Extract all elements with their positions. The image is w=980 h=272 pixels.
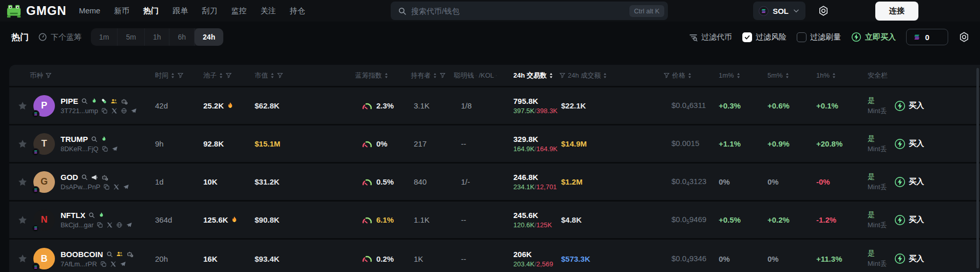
nav-item-sniper[interactable]: 刮刀 — [202, 6, 217, 16]
header-txs[interactable]: 24h 交易数 — [497, 71, 556, 80]
buy-button[interactable]: 买入 — [894, 176, 924, 188]
nav-item-holdings[interactable]: 持仓 — [290, 6, 305, 16]
avatar[interactable]: G — [33, 171, 55, 193]
header-holders[interactable]: 持有者 — [398, 71, 446, 80]
globe-icon[interactable] — [116, 222, 123, 228]
buy-button[interactable]: 买入 — [894, 138, 924, 150]
token-symbol[interactable]: TRUMP — [61, 135, 88, 143]
copy-icon[interactable] — [102, 146, 108, 152]
x-icon[interactable] — [111, 107, 118, 114]
token-symbol[interactable]: GOD — [61, 173, 78, 182]
filter-funnel-icon[interactable] — [177, 72, 184, 79]
sort-icon[interactable] — [170, 72, 175, 79]
header-1h[interactable]: 1h% — [810, 71, 861, 79]
x-icon[interactable] — [110, 261, 117, 267]
favorite-star-icon[interactable] — [17, 177, 28, 187]
scrollbar[interactable] — [976, 68, 979, 268]
sort-icon[interactable] — [687, 72, 692, 79]
table-row[interactable]: N NFTLX BkCjd...gar 364d 125 — [9, 202, 980, 240]
copy-icon[interactable] — [101, 107, 108, 114]
token-symbol[interactable]: BOOBCOIN — [61, 250, 103, 259]
filter-funnel-icon[interactable] — [45, 72, 52, 79]
search-icon[interactable] — [91, 136, 98, 142]
header-bluechip[interactable]: 蓝筹指数 — [304, 71, 398, 80]
nav-item-meme[interactable]: Meme — [79, 6, 101, 16]
telegram-icon[interactable] — [111, 146, 118, 152]
avatar[interactable]: N — [33, 209, 55, 231]
sort-icon-active[interactable] — [549, 72, 553, 79]
tab-6h[interactable]: 6h — [169, 28, 195, 46]
table-row[interactable]: P PIPE 3T721...ump — [9, 87, 980, 125]
sort-icon[interactable] — [219, 72, 223, 79]
tab-5m[interactable]: 5m — [118, 28, 144, 46]
favorite-star-icon[interactable] — [17, 101, 28, 111]
connect-button[interactable]: 连接 — [875, 2, 918, 21]
header-volume[interactable]: 24h 成交额 — [556, 71, 615, 80]
search-icon[interactable] — [81, 174, 88, 180]
filter-wash-toggle[interactable]: 过滤刷量 — [797, 32, 841, 42]
search-icon[interactable] — [88, 212, 95, 219]
tab-1m[interactable]: 1m — [91, 28, 118, 46]
table-row[interactable]: T TRUMP 8DKeR...FjQ 9h 92.8K $15.1M — [9, 125, 980, 164]
filter-token-button[interactable]: 过滤代币 — [689, 32, 732, 42]
filter-funnel-icon[interactable] — [559, 72, 566, 79]
filter-funnel-icon[interactable] — [225, 72, 232, 79]
header-token[interactable]: 币种 — [9, 71, 142, 80]
copy-icon[interactable] — [97, 222, 103, 228]
avatar[interactable]: T — [33, 133, 55, 155]
globe-icon[interactable] — [121, 107, 127, 114]
table-row[interactable]: G GOD DsAPw...PnP 1d 10K $31.2K — [9, 164, 980, 202]
telegram-icon[interactable] — [123, 184, 129, 190]
header-5m[interactable]: 5m% — [761, 71, 810, 79]
x-icon[interactable] — [113, 184, 120, 190]
brand[interactable]: GMGN — [6, 3, 67, 19]
list-settings-gear-icon[interactable] — [958, 31, 970, 43]
filter-funnel-icon[interactable] — [277, 72, 283, 79]
copy-icon[interactable] — [100, 261, 107, 267]
favorite-star-icon[interactable] — [17, 253, 28, 264]
copy-icon[interactable] — [103, 184, 110, 190]
avatar[interactable]: B — [33, 248, 55, 269]
checkbox-checked-icon[interactable] — [742, 32, 752, 42]
tab-1h[interactable]: 1h — [145, 28, 170, 46]
token-symbol[interactable]: NFTLX — [61, 211, 85, 220]
header-price[interactable]: 价格 — [615, 71, 713, 80]
sort-icon[interactable] — [785, 72, 790, 79]
nav-item-monitor[interactable]: 监控 — [231, 6, 246, 16]
token-symbol[interactable]: PIPE — [61, 97, 78, 105]
header-pool[interactable]: 池子 — [191, 71, 242, 80]
favorite-star-icon[interactable] — [17, 215, 28, 225]
nav-item-trending[interactable]: 热门 — [143, 6, 159, 16]
header-mcap[interactable]: 市值 — [242, 71, 304, 80]
buy-button[interactable]: 买入 — [894, 253, 924, 264]
filter-funnel-icon[interactable] — [663, 72, 670, 79]
sort-icon[interactable] — [476, 72, 477, 79]
nav-item-follow[interactable]: 关注 — [260, 6, 276, 16]
instant-buy-toggle[interactable]: 立即买入 — [851, 32, 896, 42]
search-icon[interactable] — [81, 98, 88, 104]
search-input[interactable] — [411, 7, 625, 15]
search-bar[interactable]: Ctrl alt K — [391, 2, 668, 20]
sort-icon[interactable] — [384, 72, 389, 79]
telegram-icon[interactable] — [126, 222, 132, 228]
settings-gear-icon[interactable] — [818, 5, 829, 16]
favorite-star-icon[interactable] — [17, 139, 28, 149]
header-smart-kol[interactable]: 聪明钱 /KOL — [446, 71, 497, 80]
telegram-icon[interactable] — [120, 261, 126, 267]
avatar[interactable]: P — [33, 95, 55, 117]
sort-icon[interactable] — [433, 72, 437, 79]
buy-amount-input[interactable]: 0 — [906, 29, 948, 45]
header-1m[interactable]: 1m% — [713, 71, 761, 79]
header-time[interactable]: 时间 — [142, 71, 191, 80]
buy-button[interactable]: 买入 — [894, 214, 924, 226]
filter-risk-toggle[interactable]: 过滤风险 — [742, 32, 786, 42]
sort-icon[interactable] — [736, 72, 741, 79]
telegram-icon[interactable] — [130, 107, 137, 114]
buy-button[interactable]: 买入 — [894, 100, 924, 112]
sort-icon[interactable] — [270, 72, 275, 79]
table-row[interactable]: B BOOBCOIN 7AfLm...rPR 20h 16K — [9, 240, 980, 272]
sort-icon[interactable] — [603, 72, 607, 79]
x-icon[interactable] — [106, 222, 113, 228]
search-icon[interactable] — [106, 251, 113, 258]
checkbox-unchecked-icon[interactable] — [797, 32, 806, 42]
